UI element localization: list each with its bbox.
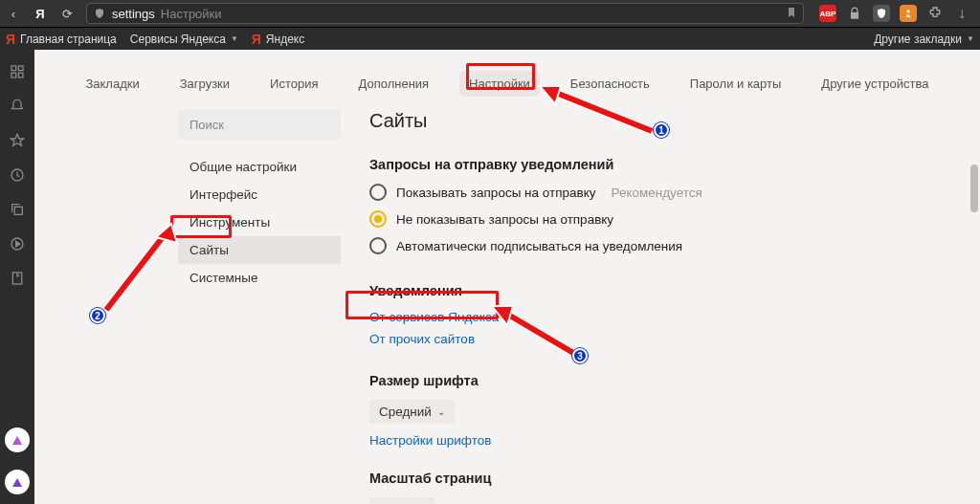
reload-button[interactable]: ⟳ xyxy=(54,0,80,27)
search-input[interactable]: Поиск xyxy=(178,110,341,140)
ublock-icon[interactable] xyxy=(873,5,890,22)
play-icon[interactable] xyxy=(9,235,26,252)
address-suffix: Настройки xyxy=(161,7,222,21)
tab-addons[interactable]: Дополнения xyxy=(348,71,438,97)
back-button[interactable]: ‹ xyxy=(0,0,27,27)
alice-icon-2[interactable] xyxy=(5,470,30,494)
tab-devices[interactable]: Другие устройства xyxy=(812,71,938,97)
svg-rect-3 xyxy=(11,73,16,77)
radio-hide-requests[interactable]: Не показывать запросы на отправку xyxy=(369,210,905,228)
browser-extensions: ABP ↓ xyxy=(810,5,980,22)
svg-rect-6 xyxy=(14,207,22,214)
lock-icon[interactable] xyxy=(846,5,863,22)
ok-icon[interactable] xyxy=(900,5,917,22)
radio-auto-subscribe[interactable]: Автоматически подписываться на уведомлен… xyxy=(369,237,905,254)
link-from-yandex[interactable]: От сервисов Яндекса xyxy=(369,310,905,324)
sidebar-item-general[interactable]: Общие настройки xyxy=(178,153,341,181)
annotation-badge-3: 3 xyxy=(572,348,588,363)
abp-icon[interactable]: ABP xyxy=(819,5,836,22)
radio-icon xyxy=(369,184,387,201)
link-font-settings[interactable]: Настройки шрифтов xyxy=(369,433,905,448)
radio-icon xyxy=(369,237,387,254)
star-icon[interactable] xyxy=(9,132,26,149)
yandex-y-icon: Я xyxy=(252,32,261,47)
scrollbar-thumb[interactable] xyxy=(970,164,978,212)
radio-show-requests[interactable]: Показывать запросы на отправку Рекоменду… xyxy=(369,184,905,201)
section-page-scale: Масштаб страниц xyxy=(369,471,905,486)
yandex-logo-button[interactable]: Я xyxy=(27,0,54,27)
font-size-select[interactable]: Средний ⌄ xyxy=(369,400,455,424)
svg-point-0 xyxy=(906,10,909,12)
bookmark-yandex[interactable]: Я Яндекс xyxy=(252,32,304,47)
copy-icon[interactable] xyxy=(9,201,26,218)
address-prefix: settings xyxy=(112,7,155,21)
history-icon[interactable] xyxy=(9,166,26,184)
tab-history[interactable]: История xyxy=(260,71,327,97)
settings-pane: Сайты Запросы на отправку уведомлений По… xyxy=(369,110,905,504)
svg-rect-4 xyxy=(18,73,23,77)
annotation-badge-1: 1 xyxy=(654,122,669,138)
browser-top-bar: ‹ Я ⟳ settings Настройки ABP ↓ xyxy=(0,0,980,27)
sidebar-item-tools[interactable]: Инструменты xyxy=(178,208,341,236)
sidebar-item-interface[interactable]: Интерфейс xyxy=(178,181,341,208)
bookmark-bar: Я Главная страница Сервисы Яндекса ▼ Я Я… xyxy=(0,27,980,50)
bookmark-other[interactable]: Другие закладки ▼ xyxy=(874,33,974,46)
page-scale-select[interactable]: 100% ⌄ xyxy=(369,497,435,504)
settings-page: Закладки Загрузки История Дополнения Нас… xyxy=(34,50,980,504)
annotation-badge-2: 2 xyxy=(90,308,105,323)
section-notif-requests: Запросы на отправку уведомлений xyxy=(369,157,905,172)
settings-tabs: Закладки Загрузки История Дополнения Нас… xyxy=(34,50,980,110)
browser-sidebar xyxy=(0,50,34,504)
sidebar-item-system[interactable]: Системные xyxy=(178,264,341,292)
tab-security[interactable]: Безопасность xyxy=(561,71,659,97)
address-bar[interactable]: settings Настройки xyxy=(86,3,804,24)
tab-bookmarks[interactable]: Закладки xyxy=(76,71,148,97)
bookmark-home[interactable]: Я Главная страница xyxy=(6,32,117,47)
section-font-size: Размер шрифта xyxy=(369,373,905,388)
svg-rect-1 xyxy=(11,66,16,71)
section-notifications: Уведомления xyxy=(369,283,905,298)
yandex-y-icon: Я xyxy=(6,32,15,47)
svg-rect-2 xyxy=(18,66,23,71)
bookmark-icon[interactable] xyxy=(786,6,797,22)
shield-icon xyxy=(93,7,106,20)
settings-side-nav: Поиск Общие настройки Интерфейс Инструме… xyxy=(178,110,341,504)
alice-icon-1[interactable] xyxy=(5,427,30,452)
sidebar-item-sites[interactable]: Сайты xyxy=(178,236,341,264)
page-title: Сайты xyxy=(369,110,905,132)
chevron-down-icon: ⌄ xyxy=(437,406,445,417)
bell-icon[interactable] xyxy=(9,98,26,115)
grid-icon[interactable] xyxy=(9,63,26,80)
radio-icon-selected xyxy=(369,210,387,228)
link-from-others[interactable]: От прочих сайтов xyxy=(369,332,905,346)
tab-downloads[interactable]: Загрузки xyxy=(170,71,239,97)
tab-settings[interactable]: Настройки xyxy=(459,71,540,97)
tab-passwords[interactable]: Пароли и карты xyxy=(680,71,791,97)
chevron-down-icon: ▼ xyxy=(231,34,238,43)
extensions-icon[interactable] xyxy=(926,5,944,22)
note-icon[interactable] xyxy=(9,270,26,287)
chevron-down-icon: ▼ xyxy=(967,34,974,43)
bookmark-services[interactable]: Сервисы Яндекса ▼ xyxy=(130,33,238,46)
download-icon[interactable]: ↓ xyxy=(953,5,970,22)
